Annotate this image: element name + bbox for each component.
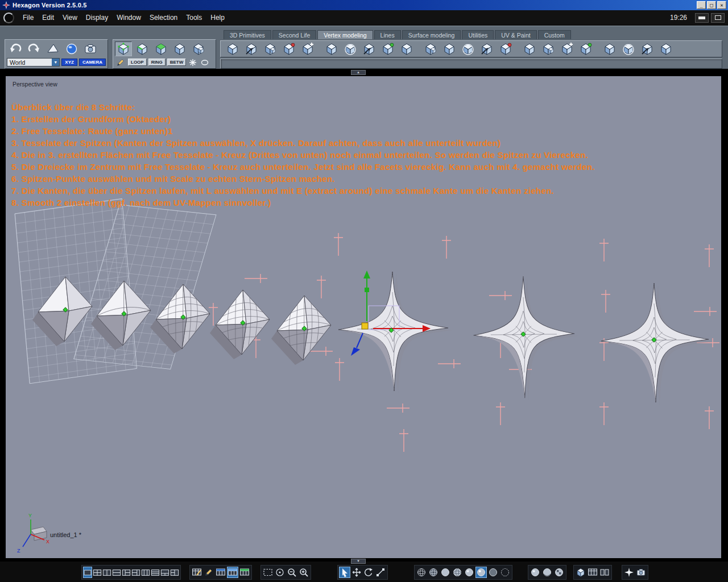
titlebar[interactable]: Hexagon Version 2.5.0.5 _ □ ✕	[0, 0, 728, 10]
ring-select-button[interactable]: RING	[148, 59, 166, 66]
undo-button[interactable]	[7, 41, 24, 56]
select-multi-button[interactable]	[190, 41, 207, 56]
menu-selection[interactable]: Selection	[146, 12, 181, 23]
layout-three-rows-icon[interactable]	[151, 567, 160, 578]
doc-minimize-button[interactable]	[695, 13, 709, 23]
menu-window[interactable]: Window	[113, 12, 145, 23]
vertex-tool-icon-09[interactable]	[379, 41, 396, 56]
shading-wireframe-icon[interactable]	[416, 567, 427, 578]
vertex-tool-icon-15[interactable]	[497, 41, 514, 56]
render-sphere-icon-2[interactable]	[541, 567, 553, 578]
model-star-3[interactable]	[601, 283, 713, 405]
layout-quad-icon[interactable]	[93, 567, 102, 578]
tab-vertex-modeling[interactable]: Vertex modeling	[317, 30, 373, 39]
shading-transparent-icon[interactable]	[499, 567, 511, 578]
menu-help[interactable]: Help	[206, 12, 229, 23]
marquee-zoom-icon[interactable]	[262, 567, 274, 578]
close-button[interactable]: ✕	[717, 1, 726, 9]
vertex-tool-icon-10[interactable]	[398, 41, 415, 56]
tab-utilities[interactable]: Utilities	[462, 30, 494, 39]
minimize-button[interactable]: _	[697, 1, 706, 9]
menu-view[interactable]: View	[59, 12, 81, 23]
vertex-tool-icon-16[interactable]	[521, 41, 538, 56]
xyz-button[interactable]: XYZ	[61, 59, 77, 66]
vertex-tool-icon-04[interactable]	[280, 41, 297, 56]
vertex-tool-icon-23[interactable]	[657, 41, 675, 56]
viewport-collapse-handle-top[interactable]: ▲	[351, 70, 366, 75]
vertex-tool-icon-20[interactable]	[601, 41, 618, 56]
tab-lines[interactable]: Lines	[374, 30, 401, 39]
tab-3d-primitives[interactable]: 3D Primitives	[224, 30, 271, 39]
world-space-select[interactable]: World ▼	[7, 58, 60, 66]
layout-top-split-icon[interactable]	[170, 567, 179, 578]
layout-left-split-icon[interactable]	[122, 567, 131, 578]
select-edges-button[interactable]	[134, 41, 151, 56]
vertex-tool-icon-07[interactable]	[342, 41, 359, 56]
render-sphere-button[interactable]	[63, 41, 80, 56]
between-select-button[interactable]: BETW	[167, 59, 187, 66]
shading-flat-icon[interactable]	[440, 567, 451, 578]
menu-file[interactable]: File	[19, 12, 38, 23]
pen-tool-button[interactable]	[115, 58, 126, 67]
model-star-2[interactable]	[474, 276, 578, 400]
vertex-tool-icon-21[interactable]	[620, 41, 637, 56]
loop-select-button[interactable]: LOOP	[128, 59, 147, 66]
vertex-tool-icon-18[interactable]	[559, 41, 576, 56]
maximize-button[interactable]: □	[707, 1, 716, 9]
vertex-tool-icon-08[interactable]	[361, 41, 378, 56]
camera-icon[interactable]	[635, 567, 647, 578]
vertex-tool-icon-22[interactable]	[639, 41, 656, 56]
layout-two-columns-icon[interactable]	[102, 567, 111, 578]
layout-right-split-icon[interactable]	[131, 567, 140, 578]
zoom-out-icon[interactable]	[286, 567, 297, 578]
chevron-down-icon[interactable]: ▼	[52, 59, 59, 66]
menu-tools[interactable]: Tools	[182, 12, 206, 23]
rotate-tool-icon[interactable]	[363, 567, 374, 578]
layout-three-columns-icon[interactable]	[141, 567, 150, 578]
shading-flat-wire-icon[interactable]	[452, 567, 463, 578]
zo om-in-icon[interactable]	[298, 567, 309, 578]
vertex-tool-icon-03[interactable]	[262, 41, 279, 56]
snap-grid-icon[interactable]	[191, 567, 202, 578]
tab-custom[interactable]: Custom	[538, 30, 571, 39]
tab-uv-paint[interactable]: UV & Paint	[495, 30, 536, 39]
select-points-button[interactable]	[115, 41, 132, 56]
shading-dark-icon[interactable]	[487, 567, 499, 578]
select-faces-button[interactable]	[152, 41, 169, 56]
grid-table-icon-2[interactable]	[227, 567, 238, 578]
object-cube-icon[interactable]	[575, 567, 586, 578]
menu-edit[interactable]: Edit	[38, 12, 58, 23]
circle-tool-button[interactable]	[200, 58, 210, 67]
snapshot-camera-button[interactable]	[82, 41, 99, 56]
grid-table-icon-1[interactable]	[215, 567, 226, 578]
wedge-tool-button[interactable]	[44, 41, 61, 56]
object-panels-icon[interactable]	[599, 567, 610, 578]
select-tool-icon[interactable]	[339, 567, 350, 578]
layout-bottom-split-icon[interactable]	[160, 567, 169, 578]
grid-table-icon-3[interactable]	[239, 567, 250, 578]
render-sphere-icon-1[interactable]	[530, 567, 541, 578]
shading-smooth-selected-icon[interactable]	[475, 567, 487, 578]
vertex-tool-icon-06[interactable]	[323, 41, 340, 56]
tab-surface-modeling[interactable]: Surface modeling	[402, 30, 461, 39]
render-sphere-icon-3[interactable]	[553, 567, 565, 578]
vertex-tool-icon-14[interactable]	[478, 41, 495, 56]
model-star-1-selected[interactable]	[338, 272, 452, 393]
tab-second-life[interactable]: Second Life	[272, 30, 316, 39]
center-view-icon[interactable]	[274, 567, 286, 578]
redo-button[interactable]	[26, 41, 43, 56]
menu-display[interactable]: Display	[82, 12, 112, 23]
vertex-tool-icon-12[interactable]	[441, 41, 458, 56]
layout-two-rows-icon[interactable]	[112, 567, 121, 578]
scale-tool-icon[interactable]	[375, 567, 386, 578]
vertex-tool-icon-01[interactable]	[224, 41, 241, 56]
viewport-collapse-handle-bottom[interactable]: ▼	[351, 559, 366, 564]
vertex-tool-icon-02[interactable]	[243, 41, 260, 56]
shading-smooth-icon[interactable]	[464, 567, 475, 578]
camera-view-button[interactable]: CAMERA	[79, 59, 106, 66]
layout-single-icon[interactable]	[83, 567, 92, 578]
light-icon[interactable]	[623, 567, 635, 578]
object-properties-icon[interactable]	[587, 567, 598, 578]
model-octahedron-4[interactable]	[210, 290, 270, 359]
move-tool-icon[interactable]	[351, 567, 362, 578]
